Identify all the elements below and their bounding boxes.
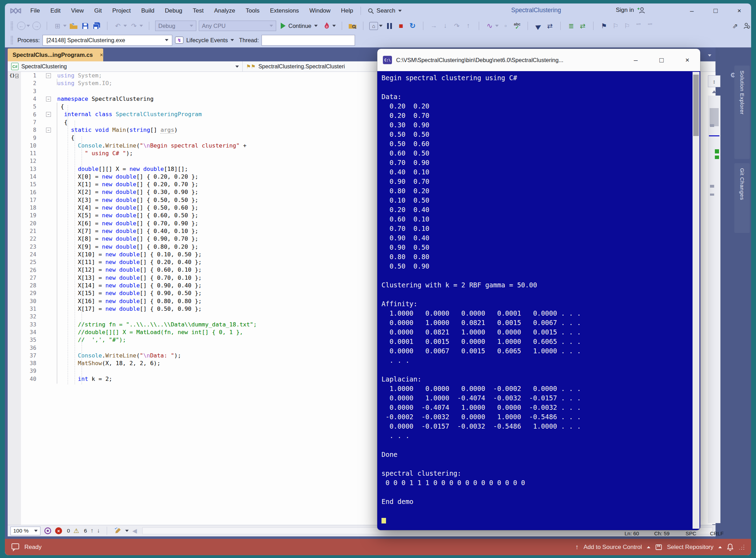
spell-check-icon[interactable]: abc✓: [513, 21, 522, 31]
zoom-dropdown[interactable]: 100 %: [10, 527, 40, 535]
toolbar-grip[interactable]: [10, 21, 13, 30]
configuration-dropdown[interactable]: Debug: [155, 21, 196, 31]
menu-help[interactable]: Help: [337, 6, 357, 16]
platform-dropdown[interactable]: Any CPU: [199, 21, 276, 31]
navigate-forward-icon[interactable]: →: [32, 22, 41, 30]
previous-bookmark-icon[interactable]: ⚐: [611, 21, 620, 31]
menu-test[interactable]: Test: [189, 6, 207, 16]
line-ending-indicator[interactable]: CRLF: [710, 530, 724, 536]
resize-grip[interactable]: [739, 544, 745, 550]
dropdown-caret-icon[interactable]: [63, 25, 67, 27]
undo-icon[interactable]: ↶: [113, 21, 122, 31]
scroll-up-button[interactable]: [708, 88, 720, 96]
menu-window[interactable]: Window: [305, 6, 334, 16]
hot-reload-icon[interactable]: [322, 21, 331, 31]
warning-icon[interactable]: ⚠: [74, 527, 79, 535]
maximize-button[interactable]: □: [704, 3, 727, 18]
task-list-icon[interactable]: ≣: [567, 21, 576, 31]
add-to-source-control-button[interactable]: Add to Source Control: [584, 544, 642, 551]
new-project-icon[interactable]: ⊞: [53, 21, 62, 31]
dropdown-caret-icon[interactable]: [379, 25, 383, 27]
collapse-icon[interactable]: −: [46, 112, 51, 117]
collapse-icon[interactable]: −: [46, 97, 51, 101]
scroll-left-button[interactable]: ◀: [132, 527, 137, 535]
format-indent-icon[interactable]: ⇄: [545, 21, 554, 31]
search-box[interactable]: Search: [364, 6, 405, 15]
menu-project[interactable]: Project: [108, 6, 135, 16]
lifecycle-events-button[interactable]: Lifecycle Events: [186, 37, 228, 44]
save-all-icon[interactable]: [92, 21, 101, 31]
toolbar-grip[interactable]: [10, 36, 13, 45]
dropdown-caret-icon[interactable]: [495, 25, 499, 27]
menu-view[interactable]: View: [67, 6, 88, 16]
console-title-bar[interactable]: C:\ C:\VSM\SpectralClustering\bin\Debug\…: [377, 49, 700, 71]
syntax-visualizer-icon[interactable]: ∿: [485, 21, 494, 31]
menu-edit[interactable]: Edit: [46, 6, 64, 16]
console-output[interactable]: Begin spectral clustering using C# Data:…: [377, 71, 700, 530]
console-scrollbar[interactable]: [693, 72, 700, 529]
console-minimize-button[interactable]: –: [623, 49, 649, 71]
console-maximize-button[interactable]: □: [649, 49, 674, 71]
redo-icon[interactable]: ↷: [129, 21, 138, 31]
live-share-icon[interactable]: [742, 21, 751, 31]
find-in-files-icon[interactable]: [348, 21, 357, 31]
menu-file[interactable]: File: [27, 6, 44, 16]
step-over-icon[interactable]: ↷: [452, 21, 461, 31]
minimize-button[interactable]: –: [680, 3, 704, 18]
show-next-statement-icon[interactable]: →: [429, 21, 438, 31]
error-count-icon[interactable]: ×: [55, 527, 62, 534]
select-repository-button[interactable]: Select Repository: [667, 544, 713, 551]
share-icon[interactable]: ⇗: [731, 21, 740, 31]
stop-debugging-icon[interactable]: ■: [396, 21, 406, 31]
close-tab-icon[interactable]: ×: [100, 52, 103, 58]
close-button[interactable]: ×: [727, 3, 751, 18]
brace-outline-icon[interactable]: {}↗: [9, 73, 18, 78]
cursor-select-icon[interactable]: ▶: [532, 19, 545, 32]
comment-icon[interactable]: “”: [634, 21, 643, 31]
menu-tools[interactable]: Tools: [242, 6, 264, 16]
dropdown-caret-icon[interactable]: [139, 25, 143, 27]
continue-button[interactable]: Continue: [279, 22, 320, 30]
restart-icon[interactable]: ↻: [408, 21, 417, 31]
collapse-icon[interactable]: −: [46, 73, 51, 78]
break-all-icon[interactable]: [385, 21, 394, 31]
menu-debug[interactable]: Debug: [161, 6, 186, 16]
save-icon[interactable]: [81, 21, 90, 31]
uncomment-icon[interactable]: “”: [645, 21, 655, 31]
sort-lines-icon[interactable]: ⇄: [578, 21, 587, 31]
console-window[interactable]: C:\ C:\VSM\SpectralClustering\bin\Debug\…: [377, 49, 700, 530]
menu-extensions[interactable]: Extensions: [266, 6, 303, 16]
document-tab[interactable]: SpectralClus...ingProgram.cs ×: [8, 48, 103, 61]
project-dropdown[interactable]: C# SpectralClustering: [8, 61, 243, 71]
next-bookmark-icon[interactable]: ⚐: [622, 21, 632, 31]
step-into-icon[interactable]: ↓: [441, 21, 450, 31]
split-window-button[interactable]: ↕: [708, 75, 720, 87]
health-indicator-icon[interactable]: [44, 527, 52, 535]
step-out-icon[interactable]: ↑: [464, 21, 473, 31]
browse-home-icon[interactable]: ⌂: [369, 22, 378, 30]
sidebar-tab-git-changes[interactable]: Git Changes: [734, 163, 750, 233]
navigate-back-icon[interactable]: ←: [17, 22, 25, 30]
collapse-icon[interactable]: −: [46, 128, 51, 133]
open-file-icon[interactable]: [69, 21, 78, 31]
bookmark-icon[interactable]: ⚑: [599, 21, 608, 31]
spaces-indicator[interactable]: SPC: [686, 530, 696, 536]
thread-dropdown[interactable]: [262, 35, 355, 46]
dropdown-caret-icon[interactable]: [123, 25, 127, 27]
sign-in-button[interactable]: Sign in: [616, 7, 646, 14]
menu-build[interactable]: Build: [137, 6, 158, 16]
previous-issue-button[interactable]: ↑: [90, 527, 93, 534]
next-issue-button[interactable]: ↓: [97, 527, 100, 534]
dropdown-caret-icon[interactable]: [332, 25, 336, 27]
notifications-bell-icon[interactable]: [727, 543, 734, 551]
editor-vertical-scrollbar[interactable]: [708, 96, 720, 523]
code-cleanup-broom-icon[interactable]: [114, 527, 122, 534]
tab-list-dropdown-icon[interactable]: [708, 54, 711, 56]
dropdown-caret-icon[interactable]: [27, 25, 30, 27]
console-close-button[interactable]: ×: [674, 49, 700, 71]
process-dropdown[interactable]: [24148] SpectralClustering.exe: [43, 35, 172, 46]
menu-analyze[interactable]: Analyze: [210, 6, 239, 16]
scrollbar-thumb[interactable]: [710, 108, 719, 126]
console-scrollbar-thumb[interactable]: [693, 75, 699, 136]
line-indicator[interactable]: Ln: 60: [625, 530, 639, 536]
